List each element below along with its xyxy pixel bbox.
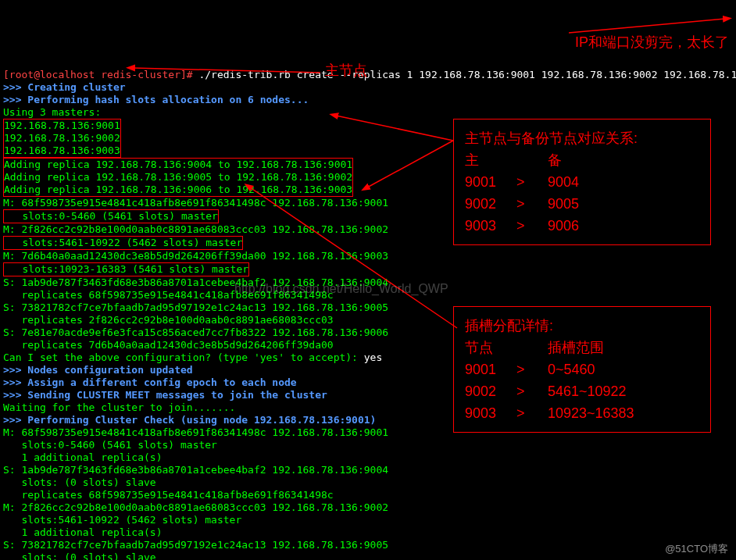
anno-relation-box: 主节点与备份节点对应关系: 主 备 9001>9004 9002>9005 90… bbox=[453, 119, 711, 245]
slots-header: 节点 插槽范围 bbox=[465, 337, 699, 358]
prompt-command: ./redis-trib.rb create --replicas 1 192.… bbox=[193, 69, 736, 80]
chk-s1-rep: replicates 68f598735e915e4841c418afb8e69… bbox=[3, 489, 334, 501]
m1-line: M: 68f598735e915e4841c418afb8e691f863414… bbox=[3, 197, 388, 209]
master-3: 192.168.78.136:9003 bbox=[4, 144, 120, 156]
anno-masters-label: 主节点 bbox=[325, 64, 367, 77]
replicas-box: Adding replica 192.168.78.136:9004 to 19… bbox=[3, 158, 353, 197]
chk-s1-slots: slots: (0 slots) slave bbox=[3, 476, 156, 488]
slots-row: 9002>5461~10922 bbox=[465, 380, 699, 402]
step-assign-epoch: >>> Assign a different config epoch to e… bbox=[3, 376, 297, 388]
step-creating: >>> Creating cluster bbox=[3, 81, 126, 93]
add-rep-2: Adding replica 192.168.78.136:9005 to 19… bbox=[4, 171, 352, 183]
anno-ip-truncated: IP和端口没剪完，太长了 bbox=[575, 36, 729, 48]
step-nodes-updated: >>> Nodes configuration updated bbox=[3, 364, 193, 376]
chk-m2-rep: 1 additional replica(s) bbox=[3, 526, 163, 538]
slots-m1-box: slots:0-5460 (5461 slots) master bbox=[3, 209, 219, 223]
s2-rep: replicates 2f826cc2c92b8e100d0aab0c8891a… bbox=[3, 314, 334, 326]
master-2: 192.168.78.136:9002 bbox=[4, 132, 120, 144]
m3-slots: slots:10923-16383 (5461 slots) master bbox=[4, 263, 248, 275]
confirm-prompt: Can I set the above configuration? (type… bbox=[3, 351, 364, 363]
slots-m2-box: slots:5461-10922 (5462 slots) master bbox=[3, 236, 243, 250]
chk-s1: S: 1ab9de787f3463fd68e3b86a8701a1cebee4b… bbox=[3, 464, 388, 476]
s2-line: S: 73821782cf7ce7bfaadb7ad95d97192e1c24a… bbox=[3, 301, 388, 313]
step-hash-alloc: >>> Performing hash slots allocation on … bbox=[3, 94, 309, 105]
waiting-join: Waiting for the cluster to join....... bbox=[3, 401, 235, 413]
s3-rep: replicates 7d6b40a0aad12430dc3e8b5d9d264… bbox=[3, 339, 334, 351]
m2-line: M: 2f826cc2c92b8e100d0aab0c8891ae68083cc… bbox=[3, 223, 388, 235]
relation-title: 主节点与备份节点对应关系: bbox=[465, 127, 699, 149]
using-masters: Using 3 masters: bbox=[3, 106, 101, 118]
masters-box: 192.168.78.136:9001 192.168.78.136:9002 … bbox=[3, 119, 121, 158]
step-cluster-meet: >>> Sending CLUSTER MEET messages to joi… bbox=[3, 389, 327, 401]
m1-slots: slots:0-5460 (5461 slots) master bbox=[4, 210, 218, 222]
chk-m1-slots: slots:0-5460 (5461 slots) master bbox=[3, 439, 217, 451]
s1-rep: replicates 68f598735e915e4841c418afb8e69… bbox=[3, 289, 334, 301]
s3-line: S: 7e81e70acde9ef6e3fca15c856aced7cc7fb8… bbox=[3, 326, 388, 338]
m3-line: M: 7d6b40a0aad12430dc3e8b5d9d264206ff39d… bbox=[3, 250, 388, 262]
chk-m1-rep: 1 additional replica(s) bbox=[3, 451, 163, 463]
relation-header: 主 备 bbox=[465, 149, 699, 171]
chk-m1: M: 68f598735e915e4841c418afb8e691f863414… bbox=[3, 426, 388, 438]
slots-m3-box: slots:10923-16383 (5461 slots) master bbox=[3, 262, 249, 276]
slots-title: 插槽分配详情: bbox=[465, 315, 699, 337]
svg-line-1 bbox=[569, 19, 725, 33]
s1-line: S: 1ab9de787f3463fd68e3b86a8701a1cebee4b… bbox=[3, 276, 388, 288]
relation-row: 9001>9004 bbox=[465, 171, 699, 193]
step-cluster-check: >>> Performing Cluster Check (using node… bbox=[3, 414, 376, 426]
relation-row: 9003>9006 bbox=[465, 215, 699, 237]
chk-m2-slots: slots:5461-10922 (5462 slots) master bbox=[3, 514, 241, 526]
master-1: 192.168.78.136:9001 bbox=[4, 119, 120, 131]
add-rep-1: Adding replica 192.168.78.136:9004 to 19… bbox=[4, 159, 352, 170]
chk-s2: S: 73821782cf7ce7bfaadb7ad95d97192e1c24a… bbox=[3, 539, 388, 551]
confirm-answer[interactable]: yes bbox=[364, 351, 382, 363]
relation-row: 9002>9005 bbox=[465, 193, 699, 215]
prompt-user: [root@localhost redis-cluster]# bbox=[3, 69, 193, 80]
slots-row: 9003>10923~16383 bbox=[465, 402, 699, 424]
add-rep-3: Adding replica 192.168.78.136:9006 to 19… bbox=[4, 184, 352, 195]
anno-slots-box: 插槽分配详情: 节点 插槽范围 9001>0~5460 9002>5461~10… bbox=[453, 306, 711, 433]
chk-s2-slots: slots: (0 slots) slave bbox=[3, 551, 156, 560]
m2-slots: slots:5461-10922 (5462 slots) master bbox=[4, 237, 242, 248]
chk-m2: M: 2f826cc2c92b8e100d0aab0c8891ae68083cc… bbox=[3, 501, 388, 513]
slots-row: 9001>0~5460 bbox=[465, 358, 699, 380]
